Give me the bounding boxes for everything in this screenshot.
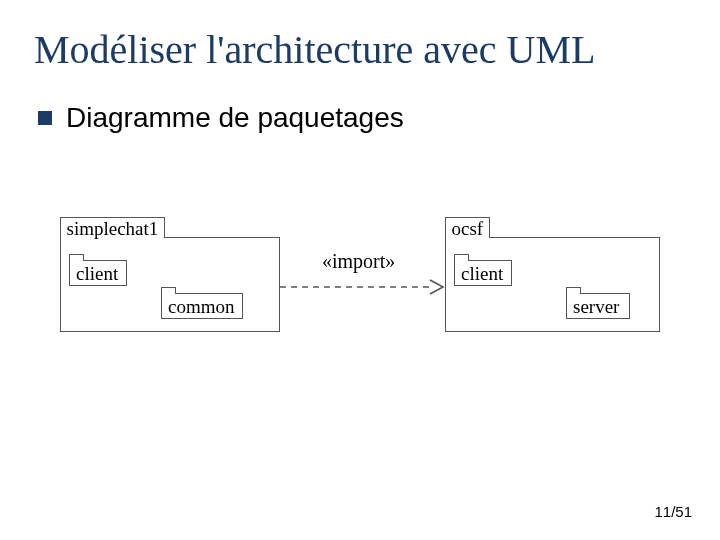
- inner-package-client: client: [69, 260, 127, 286]
- inner-package-label: client: [455, 261, 511, 287]
- dependency-arrow-icon: [280, 277, 445, 297]
- uml-package-diagram: simplechat1 client common ocsf client se…: [60, 215, 660, 415]
- square-bullet-icon: [38, 111, 52, 125]
- inner-package-common: common: [161, 293, 243, 319]
- package-ocsf: ocsf client server: [445, 237, 660, 332]
- inner-package-label: common: [162, 294, 242, 320]
- bullet-text: Diagramme de paquetages: [66, 102, 404, 134]
- package-tab: simplechat1: [60, 217, 166, 238]
- package-mini-tab-icon: [69, 254, 84, 261]
- inner-package-client: client: [454, 260, 512, 286]
- page-number: 11/51: [654, 503, 692, 520]
- inner-package-label: server: [567, 294, 629, 320]
- inner-package-server: server: [566, 293, 630, 319]
- slide-title: Modéliser l'architecture avec UML: [34, 28, 686, 72]
- package-mini-tab-icon: [161, 287, 176, 294]
- inner-package-label: client: [70, 261, 126, 287]
- bullet-item: Diagramme de paquetages: [38, 102, 686, 134]
- package-mini-tab-icon: [454, 254, 469, 261]
- package-simplechat1: simplechat1 client common: [60, 237, 280, 332]
- dependency-stereotype: «import»: [322, 250, 395, 273]
- package-mini-tab-icon: [566, 287, 581, 294]
- slide: Modéliser l'architecture avec UML Diagra…: [0, 0, 720, 540]
- package-tab: ocsf: [445, 217, 491, 238]
